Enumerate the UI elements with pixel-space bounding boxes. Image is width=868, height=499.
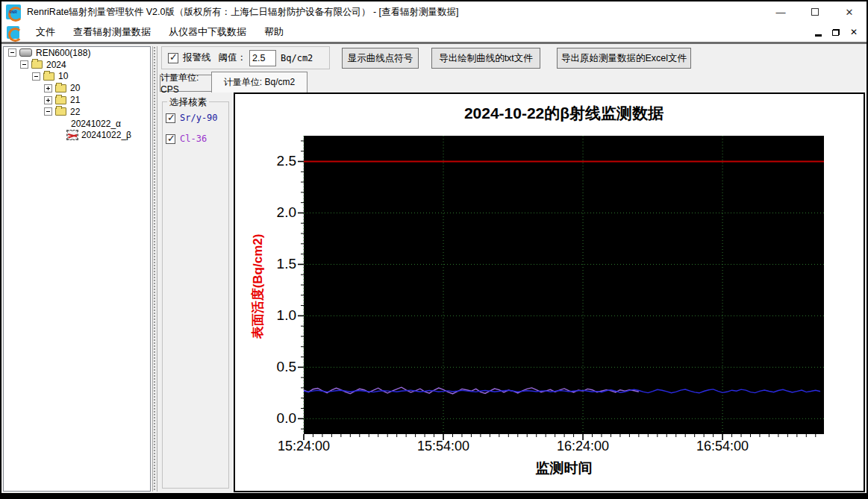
export-excel-button[interactable]: 导出原始测量数据的Excel文件 <box>557 48 691 69</box>
maximize-icon <box>811 8 819 16</box>
y-tick-label: 1.5 <box>247 256 296 272</box>
tree-item-20241022_α[interactable]: 20241022_α <box>4 118 150 130</box>
tree-item-label: 2024 <box>46 60 66 70</box>
tree-item-10[interactable]: 10 <box>4 71 150 83</box>
panel-splitter[interactable] <box>152 46 157 492</box>
nuclide-checkbox-cl-36[interactable] <box>166 134 175 144</box>
tree-connector <box>56 131 64 139</box>
threshold-input[interactable] <box>249 50 276 66</box>
folder-icon <box>43 72 54 81</box>
tree-item-label: 10 <box>58 71 68 81</box>
x-tick-label: 16:24:00 <box>546 439 620 454</box>
nuclide-row-sr-y-90[interactable]: Sr/y-90 <box>166 113 228 123</box>
chart-panel: 2024-10-22的β射线监测数据 表面活度(Bq/cm2) 0.00.51.… <box>234 92 865 492</box>
folder-icon <box>55 96 66 104</box>
tree-item-label: REN600(188) <box>36 48 90 58</box>
title-bar: RenriRate辐射剂量管理软件 V2.0版（版权所有：上海仁日辐射防护设备有… <box>1 1 867 22</box>
tree-item-22[interactable]: 22 <box>4 106 150 118</box>
mdi-child-icon <box>7 26 19 39</box>
app-logo-icon <box>6 4 21 19</box>
tree-item-label: 20 <box>70 83 80 93</box>
tree-item-label: 22 <box>70 107 80 117</box>
device-icon <box>19 48 32 57</box>
tree-expander-minus-icon[interactable] <box>32 72 40 81</box>
maximize-button[interactable] <box>798 1 832 22</box>
folder-icon <box>55 107 66 116</box>
mdi-close-icon[interactable]: ✕ <box>850 27 858 37</box>
tree-item-2024[interactable]: 2024 <box>4 59 150 71</box>
close-button[interactable]: ✕ <box>832 1 867 22</box>
nuclide-select-group: 选择核素 Sr/y-90 Cl-36 <box>162 101 229 489</box>
tree-item-label: 20241022_α <box>71 119 121 129</box>
y-tick-label: 0.5 <box>247 359 296 375</box>
tree-item-label: 21 <box>70 95 80 105</box>
mdi-minimize-icon[interactable] <box>815 34 822 37</box>
nuclide-checkbox-sr-y-90[interactable] <box>166 113 175 123</box>
y-tick-label: 1.0 <box>247 307 296 324</box>
tree-item-20[interactable]: 20 <box>4 82 150 94</box>
tree-expander-minus-icon[interactable] <box>44 107 52 116</box>
tree-expander-plus-icon[interactable] <box>44 96 52 104</box>
chart-canvas <box>304 136 824 434</box>
tree-item-REN600(188)[interactable]: REN600(188) <box>4 47 150 59</box>
mdi-restore-icon[interactable] <box>832 29 840 36</box>
chart-icon <box>67 131 78 139</box>
plot-area <box>304 136 824 434</box>
tree-expander-minus-icon[interactable] <box>8 48 16 57</box>
tab-unit-bqcm2[interactable]: 计量单位: Bq/cm2 <box>211 72 307 92</box>
tree-item-20241022_β[interactable]: 20241022_β <box>4 130 150 142</box>
window-title: RenriRate辐射剂量管理软件 V2.0版（版权所有：上海仁日辐射防护设备有… <box>27 6 459 19</box>
device-tree: REN600(188)20241020212220241022_α2024102… <box>3 46 151 492</box>
folder-icon <box>55 84 66 92</box>
menu-bar: 文件 查看辐射测量数据 从仪器中下载数据 帮助 ✕ <box>1 22 867 44</box>
x-axis-title: 监测时间 <box>304 459 824 478</box>
y-tick-label: 0.0 <box>247 410 296 427</box>
menu-file[interactable]: 文件 <box>27 22 64 42</box>
show-curve-points-button[interactable]: 显示曲线点符号 <box>342 48 419 69</box>
folder-icon <box>31 60 43 69</box>
menu-view-measurement-data[interactable]: 查看辐射测量数据 <box>64 22 160 42</box>
tree-item-21[interactable]: 21 <box>4 94 150 106</box>
nuclide-group-title: 选择核素 <box>167 96 209 109</box>
nuclide-row-cl-36[interactable]: Cl-36 <box>166 134 228 144</box>
y-tick-label: 2.0 <box>247 204 296 221</box>
tree-connector <box>56 119 64 128</box>
alarm-line-checkbox[interactable] <box>168 53 178 63</box>
chart-title: 2024-10-22的β射线监测数据 <box>304 103 824 124</box>
threshold-unit: Bq/cm2 <box>281 53 313 63</box>
x-tick-label: 16:54:00 <box>685 439 760 454</box>
nuclide-label-cl-36: Cl-36 <box>180 134 207 144</box>
threshold-label: 阈值： <box>219 51 247 64</box>
x-tick-label: 15:24:00 <box>266 439 341 454</box>
x-tick-label: 15:54:00 <box>406 439 481 454</box>
y-tick-label: 2.5 <box>247 153 296 169</box>
app-window: RenriRate辐射剂量管理软件 V2.0版（版权所有：上海仁日辐射防护设备有… <box>0 0 868 499</box>
menu-download-from-instrument[interactable]: 从仪器中下载数据 <box>160 22 255 42</box>
tree-expander-minus-icon[interactable] <box>20 60 28 69</box>
export-txt-button[interactable]: 导出绘制曲线的txt文件 <box>431 48 540 69</box>
nuclide-label-sr-y-90: Sr/y-90 <box>180 113 218 123</box>
minimize-button[interactable]: — <box>764 1 798 22</box>
alarm-line-label: 报警线 <box>183 51 211 64</box>
tree-expander-plus-icon[interactable] <box>44 84 52 92</box>
tab-unit-cps[interactable]: 计量单位: CPS <box>160 75 211 92</box>
alarm-line-group: 报警线 阈值： Bq/cm2 <box>161 46 330 69</box>
menu-help[interactable]: 帮助 <box>255 22 293 42</box>
tree-item-label: 20241022_β <box>81 130 131 140</box>
